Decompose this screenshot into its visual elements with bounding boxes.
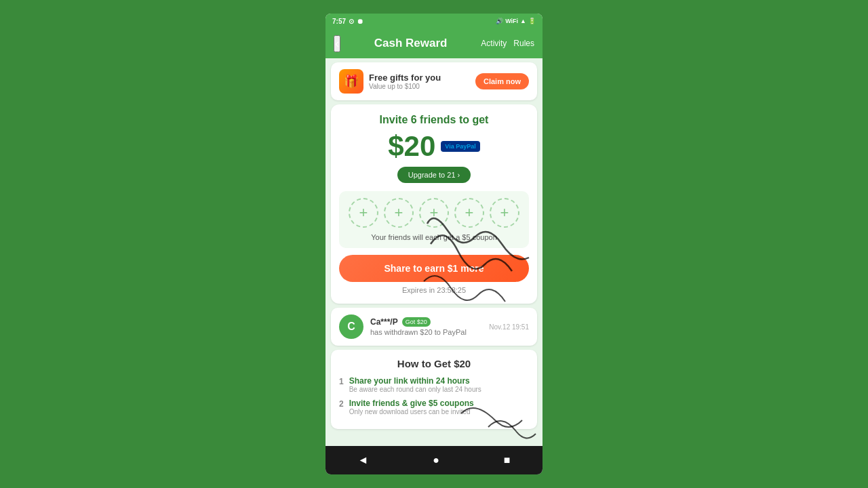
- step-num-2: 2: [339, 399, 344, 415]
- content-area: 🎁 Free gifts for you Value up to $100 Cl…: [326, 58, 542, 446]
- nav-back-button[interactable]: ◄: [347, 450, 379, 470]
- banner-left: 🎁 Free gifts for you Value up to $100: [339, 69, 441, 94]
- banner-title: Free gifts for you: [369, 73, 441, 83]
- battery-icon: 🔋: [528, 18, 536, 24]
- invite-title: Invite 6 friends to get: [339, 114, 529, 126]
- reward-value: $20: [388, 130, 435, 163]
- expires-text: Expires in 23:58:25: [339, 286, 529, 294]
- activity-desc: has withdrawn $20 to PayPal: [370, 328, 482, 336]
- step-content-1: Share your link within 24 hours Be aware…: [349, 376, 481, 393]
- step-sub-1: Be aware each round can only last 24 hou…: [349, 386, 481, 393]
- activity-name: Ca***/P: [370, 317, 398, 327]
- step-content-2: Invite friends & give $5 coupons Only ne…: [349, 399, 474, 415]
- gift-icon: 🎁: [339, 69, 363, 94]
- reward-amount: $20 Via PayPal: [339, 130, 529, 163]
- step-num-1: 1: [339, 377, 344, 393]
- how-step-2: 2 Invite friends & give $5 coupons Only …: [339, 399, 529, 415]
- activity-badge: Got $20: [402, 317, 431, 327]
- how-step-1: 1 Share your link within 24 hours Be awa…: [339, 376, 529, 393]
- friend-slots: + + + + + Your friends will each get a $…: [339, 191, 529, 248]
- audio-icon: 🔊: [496, 18, 503, 24]
- status-icons: 🔊 WiFi ▲ 🔋: [496, 18, 536, 24]
- slot-3[interactable]: +: [419, 198, 449, 228]
- activity-info: Ca***/P Got $20 has withdrawn $20 to Pay…: [370, 317, 482, 336]
- wifi-icon: WiFi: [505, 18, 518, 24]
- upgrade-button[interactable]: Upgrade to 21 ›: [397, 167, 471, 183]
- navigation-bar: ◄ ● ■: [326, 446, 542, 474]
- activity-button[interactable]: Activity: [481, 39, 507, 48]
- slot-2[interactable]: +: [384, 198, 414, 228]
- header-title: Cash Reward: [374, 37, 448, 50]
- claim-button[interactable]: Claim now: [475, 73, 529, 89]
- status-bar: 7:57 ⊙ ⏺ 🔊 WiFi ▲ 🔋: [326, 14, 542, 28]
- sim-icon: ⊙: [349, 18, 354, 25]
- record-icon: ⏺: [357, 18, 363, 25]
- banner-card: 🎁 Free gifts for you Value up to $100 Cl…: [331, 62, 537, 100]
- signal-icon: ▲: [520, 18, 526, 24]
- rules-button[interactable]: Rules: [513, 39, 534, 48]
- step-main-1: Share your link within 24 hours: [349, 376, 481, 386]
- paypal-badge: Via PayPal: [441, 141, 479, 152]
- nav-home-button[interactable]: ●: [422, 450, 450, 470]
- banner-subtitle: Value up to $100: [369, 83, 441, 90]
- activity-name-row: Ca***/P Got $20: [370, 317, 482, 327]
- back-button[interactable]: ‹: [334, 35, 340, 52]
- phone-screen: 7:57 ⊙ ⏺ 🔊 WiFi ▲ 🔋 ‹ Cash Reward Activi…: [326, 14, 542, 474]
- slot-4[interactable]: +: [454, 198, 484, 228]
- slots-row: + + + + +: [346, 198, 522, 228]
- header-actions: Activity Rules: [481, 39, 534, 48]
- how-to-card: How to Get $20 1 Share your link within …: [331, 350, 537, 429]
- how-to-title: How to Get $20: [339, 358, 529, 369]
- activity-time: Nov.12 19:51: [489, 323, 529, 331]
- step-sub-2: Only new download users can be invited: [349, 408, 474, 415]
- nav-recent-button[interactable]: ■: [493, 450, 521, 470]
- app-header: ‹ Cash Reward Activity Rules: [326, 28, 542, 58]
- slot-1[interactable]: +: [349, 198, 378, 228]
- activity-avatar: C: [339, 314, 363, 339]
- invite-card: Invite 6 friends to get $20 Via PayPal U…: [331, 104, 537, 304]
- status-time: 7:57 ⊙ ⏺: [332, 18, 363, 25]
- activity-card: C Ca***/P Got $20 has withdrawn $20 to P…: [331, 308, 537, 346]
- share-button[interactable]: Share to earn $1 more: [339, 255, 529, 282]
- slots-text: Your friends will each get a $5 coupon: [346, 233, 522, 241]
- slot-5[interactable]: +: [490, 198, 519, 228]
- step-main-2: Invite friends & give $5 coupons: [349, 399, 474, 408]
- banner-text: Free gifts for you Value up to $100: [369, 73, 441, 90]
